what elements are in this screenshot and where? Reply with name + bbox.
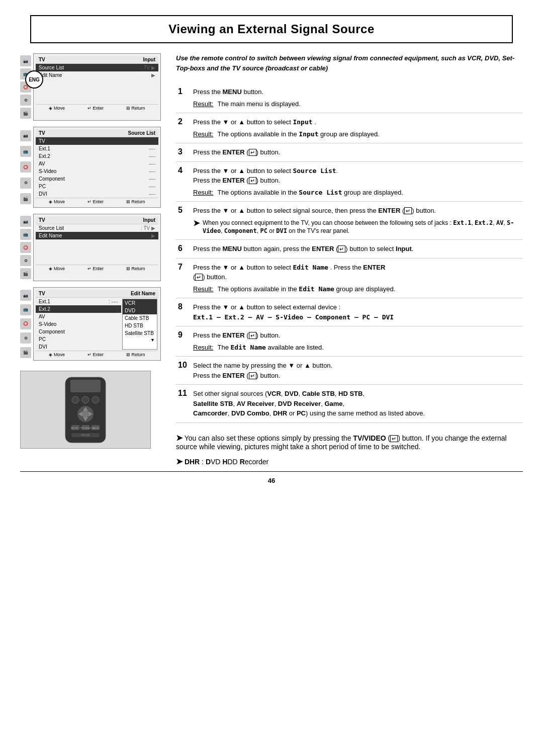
step-2-num: 2 bbox=[176, 113, 191, 143]
remote-svg: MUTE TV/VIDEO MENU ENTER bbox=[35, 375, 136, 445]
step-1-row: 1 Press the MENU button. Result: The mai… bbox=[176, 83, 523, 113]
step-4-result: Result: The options available in the Sou… bbox=[193, 188, 521, 198]
step-7-num: 7 bbox=[176, 258, 191, 298]
step-1-num: 1 bbox=[176, 83, 191, 113]
edit-name-popup: VCR DVD Cable STB HD STB Satellite STB ▼ bbox=[122, 299, 157, 350]
tv-icon-film2: 🎬 bbox=[20, 193, 31, 204]
tv-icon-cam4: 📷 bbox=[20, 290, 31, 301]
svg-point-4 bbox=[92, 396, 99, 403]
tv-icon-circle3: ⭕ bbox=[20, 242, 31, 253]
popup-vcr: VCR bbox=[123, 299, 157, 307]
step-4-content: Press the ▼ or ▲ button to select Source… bbox=[191, 161, 523, 202]
step-8-content: Press the ▼ or ▲ button to select extern… bbox=[191, 298, 523, 326]
step-9-row: 9 Press the ENTER (↵) button. Result: Th… bbox=[176, 326, 523, 357]
svg-text:MUTE: MUTE bbox=[71, 427, 78, 430]
content-area: 📷 📺 ⭕ ⚙ 🎬 TV Input Source List : TV ▶ bbox=[20, 53, 523, 466]
tv-icon-circle4: ⭕ bbox=[20, 318, 31, 329]
tv-row-ext2: Ext.2 ---- bbox=[36, 152, 158, 160]
step-6-num: 6 bbox=[176, 240, 191, 259]
tv-screen-2-footer: ◈ Move ↵ Enter ⊞ Return bbox=[36, 198, 158, 205]
svg-text:TV/VIDEO: TV/VIDEO bbox=[79, 427, 91, 430]
step-11-content: Set other signal sources (VCR, DVD, Cabl… bbox=[191, 385, 523, 423]
step-6-content: Press the MENU button again, press the E… bbox=[191, 240, 523, 259]
step-2-result: Result: The options available in the Inp… bbox=[193, 129, 521, 139]
step-9-num: 9 bbox=[176, 326, 191, 357]
step-2-content: Press the ▼ or ▲ button to select Input … bbox=[191, 113, 523, 143]
svg-point-3 bbox=[82, 396, 89, 403]
tv-row-source-list: Source List : TV ▶ bbox=[36, 64, 158, 71]
tv-row-en-sv: S-Video bbox=[36, 320, 121, 328]
tv-row-svideo: S-Video ---- bbox=[36, 167, 158, 175]
tv-screen-2: TV Source List TV Ext.1 ---- Ext.2 ---- bbox=[33, 127, 161, 208]
step-11-row: 11 Set other signal sources (VCR, DVD, C… bbox=[176, 385, 523, 423]
tv-side-icons-2: 📷 📺 ⭕ ⚙ 🎬 bbox=[20, 127, 31, 208]
bottom-note-1-text: You can also set these options simply by… bbox=[176, 434, 507, 451]
tv-row-source-list-3: Source List : TV ▶ bbox=[36, 224, 158, 232]
page-container: Viewing an External Signal Source ENG 📷 … bbox=[0, 15, 543, 756]
page-number: 46 bbox=[20, 471, 523, 489]
left-column: 📷 📺 ⭕ ⚙ 🎬 TV Input Source List : TV ▶ bbox=[20, 53, 161, 466]
step-7-row: 7 Press the ▼ or ▲ button to select Edit… bbox=[176, 258, 523, 298]
step-7-result: Result: The options available in the Edi… bbox=[193, 284, 521, 294]
tv-row-en-pc: PC bbox=[36, 335, 121, 343]
svg-rect-1 bbox=[70, 380, 101, 392]
tv-row-av: AV ---- bbox=[36, 160, 158, 167]
bottom-note-2-text: DHR : DVD HDD Recorder bbox=[185, 458, 268, 466]
tv-screen-3-header: TV Input bbox=[36, 216, 158, 224]
tv-icon-gear: ⚙ bbox=[20, 95, 31, 106]
step-9-content: Press the ENTER (↵) button. Result: The … bbox=[191, 326, 523, 357]
step-3-row: 3 Press the ENTER (↵) button. bbox=[176, 143, 523, 162]
tv-row-edit-name: Edit Name ▶ bbox=[36, 71, 158, 79]
page-title: Viewing an External Signal Source bbox=[41, 22, 502, 36]
tv-icon-tv4: 📺 bbox=[20, 304, 31, 315]
svg-point-2 bbox=[72, 396, 79, 403]
popup-scroll: ▼ bbox=[123, 337, 157, 343]
step-4-row: 4 Press the ▼ or ▲ button to select Sour… bbox=[176, 161, 523, 202]
step-5-content: Press the ▼ or ▲ button to select signal… bbox=[191, 202, 523, 240]
tv-icon-cam2: 📷 bbox=[20, 130, 31, 141]
step-10-num: 10 bbox=[176, 357, 191, 385]
tv-icon-cam: 📷 bbox=[20, 55, 31, 66]
tv-row-dvi: DVI ---- bbox=[36, 190, 158, 198]
tv-row-en-av: AV bbox=[36, 313, 121, 320]
tv-side-icons-3: 📷 📺 ⭕ ⚙ 🎬 bbox=[20, 214, 31, 281]
bottom-note-2: ➤ DHR : DVD HDD Recorder bbox=[176, 457, 523, 466]
tv-row-pc: PC ---- bbox=[36, 183, 158, 190]
tv-icon-gear3: ⚙ bbox=[20, 255, 31, 266]
step-9-result: Result: The Edit Name available are list… bbox=[193, 343, 521, 353]
step-2-row: 2 Press the ▼ or ▲ button to select Inpu… bbox=[176, 113, 523, 143]
tv-icon-gear2: ⚙ bbox=[20, 178, 31, 189]
tv-row-en-comp: Component bbox=[36, 328, 121, 335]
popup-cablestb: Cable STB bbox=[123, 314, 157, 322]
step-4-num: 4 bbox=[176, 161, 191, 202]
tv-screen-4: TV Edit Name Ext.1 : ---- Ext.2 : bbox=[33, 287, 161, 361]
step-8-num: 8 bbox=[176, 298, 191, 326]
tv-icon-film4: 🎬 bbox=[20, 347, 31, 358]
tv-row-edit-name-3: Edit Name ▶ bbox=[36, 232, 158, 239]
tv-icon-gear4: ⚙ bbox=[20, 332, 31, 344]
intro-text: Use the remote control to switch between… bbox=[176, 53, 523, 73]
step-5-num: 5 bbox=[176, 202, 191, 240]
tv-row-en-dvi: DVI bbox=[36, 343, 121, 351]
remote-control-image: MUTE TV/VIDEO MENU ENTER bbox=[20, 371, 151, 449]
tv-screen-3: TV Input Source List : TV ▶ Edit Name ▶ … bbox=[33, 214, 161, 281]
svg-text:ENTER: ENTER bbox=[81, 434, 90, 437]
step-10-content: Select the name by pressing the ▼ or ▲ b… bbox=[191, 357, 523, 385]
step-3-content: Press the ENTER (↵) button. bbox=[191, 143, 523, 162]
step-5-row: 5 Press the ▼ or ▲ button to select sign… bbox=[176, 202, 523, 240]
popup-satellitstb: Satellite STB bbox=[123, 329, 157, 337]
tv-icon-cam3: 📷 bbox=[20, 216, 31, 227]
tv-screen-4-header: TV Edit Name bbox=[36, 290, 158, 298]
step-8-row: 8 Press the ▼ or ▲ button to select exte… bbox=[176, 298, 523, 326]
steps-table: 1 Press the MENU button. Result: The mai… bbox=[176, 83, 523, 423]
step-1-content: Press the MENU button. Result: The main … bbox=[191, 83, 523, 113]
tv-icon-tv3: 📺 bbox=[20, 229, 31, 240]
tv-icon-circle2: ⭕ bbox=[20, 161, 31, 173]
tv-screen-4-footer: ◈ Move ↵ Enter ⊞ Return bbox=[36, 351, 158, 358]
tv-wrapper-1: 📷 📺 ⭕ ⚙ 🎬 TV Input Source List : TV ▶ bbox=[20, 53, 161, 121]
eng-badge: ENG bbox=[25, 70, 43, 89]
bottom-note-1: ➤ You can also set these options simply … bbox=[176, 433, 523, 451]
svg-text:MENU: MENU bbox=[92, 427, 100, 430]
step-3-num: 3 bbox=[176, 143, 191, 162]
step-5-note: ➤ When you connect equipment to the TV, … bbox=[193, 219, 521, 236]
